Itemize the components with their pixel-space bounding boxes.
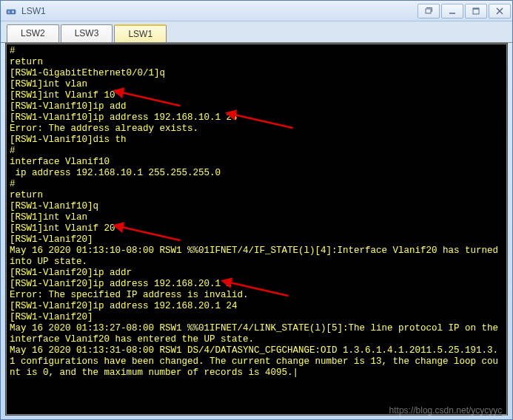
- terminal-line: [RSW1-Vlanif10]q: [10, 201, 503, 212]
- svg-rect-1: [8, 10, 10, 11]
- terminal-line: ip address 192.168.10.1 255.255.255.0: [10, 168, 503, 179]
- terminal-line: May 16 2020 01:13:27-08:00 RSW1 %%01IFNE…: [10, 323, 503, 345]
- maximize-button[interactable]: [465, 4, 487, 18]
- terminal-line: [RSW1]int vlan: [10, 212, 503, 223]
- terminal-line: [RSW1-Vlanif10]ip address 192.168.10.1 2…: [10, 112, 503, 123]
- tab-lsw3[interactable]: LSW3: [61, 24, 113, 42]
- terminal-line: [RSW1-Vlanif20]ip addr: [10, 268, 503, 279]
- terminal-line: [RSW1-Vlanif20]ip address 192.168.20.1 2…: [10, 301, 503, 312]
- tab-lsw2[interactable]: LSW2: [7, 24, 59, 42]
- terminal-line: [RSW1]int Vlanif 10: [10, 90, 503, 101]
- terminal[interactable]: #return[RSW1-GigabitEthernet0/0/1]q[RSW1…: [7, 44, 506, 414]
- tab-bar: LSW2 LSW3 LSW1: [1, 21, 512, 43]
- restore-down-button[interactable]: [418, 4, 440, 18]
- terminal-line: [RSW1-GigabitEthernet0/0/1]q: [10, 68, 503, 79]
- terminal-line: Error: The address already exists.: [10, 123, 503, 135]
- terminal-line: May 16 2020 01:13:31-08:00 RSW1 DS/4/DAT…: [10, 345, 503, 379]
- terminal-container: #return[RSW1-GigabitEthernet0/0/1]q[RSW1…: [5, 43, 508, 416]
- svg-rect-0: [7, 10, 16, 14]
- terminal-line: #: [10, 179, 503, 190]
- terminal-line: [RSW1]int vlan: [10, 79, 503, 90]
- tab-lsw1[interactable]: LSW1: [114, 24, 167, 42]
- svg-rect-2: [8, 12, 10, 13]
- terminal-line: #: [10, 46, 503, 57]
- terminal-line: [RSW1-Vlanif10]ip add: [10, 101, 503, 112]
- terminal-line: Error: The specified IP address is inval…: [10, 290, 503, 301]
- terminal-line: return: [10, 190, 503, 201]
- titlebar-left: LSW1: [5, 5, 46, 17]
- svg-rect-4: [426, 9, 431, 13]
- terminal-line: interface Vlanif10: [10, 157, 503, 168]
- app-icon: [5, 5, 17, 17]
- terminal-line: May 16 2020 01:13:10-08:00 RSW1 %%01IFNE…: [10, 245, 503, 268]
- terminal-line: [RSW1-Vlanif20]: [10, 234, 503, 245]
- terminal-line: return: [10, 57, 503, 68]
- terminal-line: [RSW1-Vlanif20]: [10, 312, 503, 323]
- window-title: LSW1: [21, 6, 46, 16]
- terminal-line: [RSW1-Vlanif20]ip address 192.168.20.1 2: [10, 279, 503, 290]
- close-button[interactable]: [489, 4, 511, 18]
- terminal-line: [RSW1-Vlanif10]dis th: [10, 135, 503, 146]
- watermark: https://blog.csdn.net/ycycyyc_: [389, 405, 507, 416]
- titlebar: LSW1: [1, 1, 512, 21]
- terminal-line: #: [10, 146, 503, 157]
- minimize-button[interactable]: [441, 4, 463, 18]
- window-frame: LSW1 LSW2 LSW3 LSW1 #return[RSW1-Gigabit…: [0, 0, 513, 420]
- titlebar-buttons: [416, 4, 511, 18]
- terminal-line: [RSW1]int Vlanif 20: [10, 223, 503, 234]
- svg-rect-3: [12, 10, 14, 13]
